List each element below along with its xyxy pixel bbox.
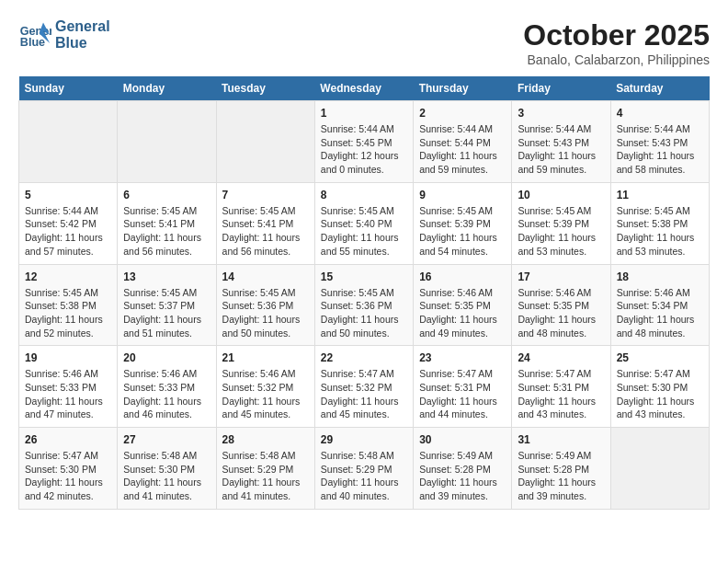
day-number: 20 <box>123 351 210 364</box>
day-number: 22 <box>321 351 407 364</box>
week-row-1: 1Sunrise: 5:44 AM Sunset: 5:45 PM Daylig… <box>19 101 710 183</box>
day-cell <box>19 101 118 183</box>
day-cell: 2Sunrise: 5:44 AM Sunset: 5:44 PM Daylig… <box>414 101 512 183</box>
day-info: Sunrise: 5:44 AM Sunset: 5:45 PM Dayligh… <box>321 122 407 177</box>
week-row-5: 26Sunrise: 5:47 AM Sunset: 5:30 PM Dayli… <box>19 428 710 510</box>
day-info: Sunrise: 5:47 AM Sunset: 5:32 PM Dayligh… <box>321 367 407 421</box>
week-row-3: 12Sunrise: 5:45 AM Sunset: 5:38 PM Dayli… <box>19 264 710 346</box>
day-cell: 24Sunrise: 5:47 AM Sunset: 5:31 PM Dayli… <box>512 346 610 428</box>
day-cell: 4Sunrise: 5:44 AM Sunset: 5:43 PM Daylig… <box>610 101 709 183</box>
header: General Blue General Blue October 2025 B… <box>18 18 710 67</box>
header-cell-tuesday: Tuesday <box>216 76 314 101</box>
header-cell-sunday: Sunday <box>19 76 118 101</box>
day-number: 28 <box>222 433 309 446</box>
logo-text: General Blue <box>55 18 110 51</box>
day-cell: 12Sunrise: 5:45 AM Sunset: 5:38 PM Dayli… <box>19 264 118 346</box>
day-info: Sunrise: 5:47 AM Sunset: 5:30 PM Dayligh… <box>617 367 703 421</box>
day-cell: 29Sunrise: 5:48 AM Sunset: 5:29 PM Dayli… <box>314 428 413 510</box>
day-number: 31 <box>518 433 604 446</box>
title-area: October 2025 Banalo, Calabarzon, Philipp… <box>523 18 710 67</box>
main-title: October 2025 <box>523 18 710 52</box>
day-number: 5 <box>25 189 111 201</box>
day-info: Sunrise: 5:46 AM Sunset: 5:33 PM Dayligh… <box>25 367 111 421</box>
day-number: 12 <box>25 270 111 283</box>
day-info: Sunrise: 5:46 AM Sunset: 5:35 PM Dayligh… <box>419 286 506 340</box>
day-number: 14 <box>222 270 309 283</box>
day-info: Sunrise: 5:45 AM Sunset: 5:38 PM Dayligh… <box>617 204 703 259</box>
day-info: Sunrise: 5:48 AM Sunset: 5:29 PM Dayligh… <box>222 449 309 503</box>
day-cell <box>216 101 314 183</box>
day-cell: 26Sunrise: 5:47 AM Sunset: 5:30 PM Dayli… <box>19 428 118 510</box>
day-number: 25 <box>617 351 703 364</box>
subtitle: Banalo, Calabarzon, Philippines <box>523 52 710 67</box>
day-cell: 6Sunrise: 5:45 AM Sunset: 5:41 PM Daylig… <box>118 182 216 264</box>
day-number: 6 <box>123 189 210 201</box>
day-info: Sunrise: 5:45 AM Sunset: 5:41 PM Dayligh… <box>123 204 210 259</box>
day-number: 24 <box>518 351 604 364</box>
day-info: Sunrise: 5:44 AM Sunset: 5:43 PM Dayligh… <box>617 122 703 177</box>
day-number: 29 <box>321 433 407 446</box>
day-cell: 3Sunrise: 5:44 AM Sunset: 5:43 PM Daylig… <box>512 101 610 183</box>
day-cell: 15Sunrise: 5:45 AM Sunset: 5:36 PM Dayli… <box>314 264 413 346</box>
day-number: 26 <box>25 433 111 446</box>
day-number: 10 <box>518 189 604 201</box>
header-cell-monday: Monday <box>118 76 216 101</box>
day-info: Sunrise: 5:46 AM Sunset: 5:32 PM Dayligh… <box>222 367 309 421</box>
day-info: Sunrise: 5:44 AM Sunset: 5:42 PM Dayligh… <box>25 204 111 259</box>
day-cell: 14Sunrise: 5:45 AM Sunset: 5:36 PM Dayli… <box>216 264 314 346</box>
day-info: Sunrise: 5:49 AM Sunset: 5:28 PM Dayligh… <box>518 449 604 503</box>
day-number: 15 <box>321 270 407 283</box>
day-cell: 9Sunrise: 5:45 AM Sunset: 5:39 PM Daylig… <box>414 182 512 264</box>
day-info: Sunrise: 5:45 AM Sunset: 5:39 PM Dayligh… <box>518 204 604 259</box>
day-number: 8 <box>321 189 407 201</box>
day-cell: 1Sunrise: 5:44 AM Sunset: 5:45 PM Daylig… <box>314 101 413 183</box>
header-cell-thursday: Thursday <box>414 76 512 101</box>
day-info: Sunrise: 5:44 AM Sunset: 5:43 PM Dayligh… <box>518 122 604 177</box>
day-info: Sunrise: 5:46 AM Sunset: 5:35 PM Dayligh… <box>518 286 604 340</box>
day-cell: 13Sunrise: 5:45 AM Sunset: 5:37 PM Dayli… <box>118 264 216 346</box>
day-number: 17 <box>518 270 604 283</box>
day-info: Sunrise: 5:46 AM Sunset: 5:34 PM Dayligh… <box>617 286 703 340</box>
logo: General Blue General Blue <box>18 18 110 52</box>
day-number: 30 <box>419 433 506 446</box>
day-info: Sunrise: 5:45 AM Sunset: 5:37 PM Dayligh… <box>123 286 210 340</box>
day-cell: 27Sunrise: 5:48 AM Sunset: 5:30 PM Dayli… <box>118 428 216 510</box>
day-info: Sunrise: 5:45 AM Sunset: 5:36 PM Dayligh… <box>222 286 309 340</box>
day-info: Sunrise: 5:44 AM Sunset: 5:44 PM Dayligh… <box>419 122 506 177</box>
day-cell: 18Sunrise: 5:46 AM Sunset: 5:34 PM Dayli… <box>610 264 709 346</box>
day-info: Sunrise: 5:45 AM Sunset: 5:39 PM Dayligh… <box>419 204 506 259</box>
svg-text:Blue: Blue <box>20 36 45 49</box>
day-cell: 22Sunrise: 5:47 AM Sunset: 5:32 PM Dayli… <box>314 346 413 428</box>
logo-icon: General Blue <box>18 18 51 52</box>
day-cell: 11Sunrise: 5:45 AM Sunset: 5:38 PM Dayli… <box>610 182 709 264</box>
day-cell: 31Sunrise: 5:49 AM Sunset: 5:28 PM Dayli… <box>512 428 610 510</box>
day-info: Sunrise: 5:48 AM Sunset: 5:30 PM Dayligh… <box>123 449 210 503</box>
day-info: Sunrise: 5:45 AM Sunset: 5:41 PM Dayligh… <box>222 204 309 259</box>
day-number: 4 <box>617 107 703 120</box>
calendar-table: SundayMondayTuesdayWednesdayThursdayFrid… <box>18 76 710 510</box>
week-row-2: 5Sunrise: 5:44 AM Sunset: 5:42 PM Daylig… <box>19 182 710 264</box>
day-cell: 10Sunrise: 5:45 AM Sunset: 5:39 PM Dayli… <box>512 182 610 264</box>
day-number: 16 <box>419 270 506 283</box>
header-cell-saturday: Saturday <box>610 76 709 101</box>
day-number: 9 <box>419 189 506 201</box>
week-row-4: 19Sunrise: 5:46 AM Sunset: 5:33 PM Dayli… <box>19 346 710 428</box>
calendar-header: SundayMondayTuesdayWednesdayThursdayFrid… <box>19 76 710 101</box>
day-info: Sunrise: 5:49 AM Sunset: 5:28 PM Dayligh… <box>419 449 506 503</box>
day-info: Sunrise: 5:45 AM Sunset: 5:40 PM Dayligh… <box>321 204 407 259</box>
logo-line1: General <box>55 18 110 34</box>
day-number: 21 <box>222 351 309 364</box>
day-info: Sunrise: 5:45 AM Sunset: 5:38 PM Dayligh… <box>25 286 111 340</box>
day-cell <box>610 428 709 510</box>
day-cell: 23Sunrise: 5:47 AM Sunset: 5:31 PM Dayli… <box>414 346 512 428</box>
day-number: 27 <box>123 433 210 446</box>
day-cell: 30Sunrise: 5:49 AM Sunset: 5:28 PM Dayli… <box>414 428 512 510</box>
day-info: Sunrise: 5:48 AM Sunset: 5:29 PM Dayligh… <box>321 449 407 503</box>
day-info: Sunrise: 5:47 AM Sunset: 5:31 PM Dayligh… <box>419 367 506 421</box>
day-number: 1 <box>321 107 407 120</box>
day-number: 23 <box>419 351 506 364</box>
header-cell-wednesday: Wednesday <box>314 76 413 101</box>
day-number: 13 <box>123 270 210 283</box>
day-number: 3 <box>518 107 604 120</box>
day-cell: 8Sunrise: 5:45 AM Sunset: 5:40 PM Daylig… <box>314 182 413 264</box>
